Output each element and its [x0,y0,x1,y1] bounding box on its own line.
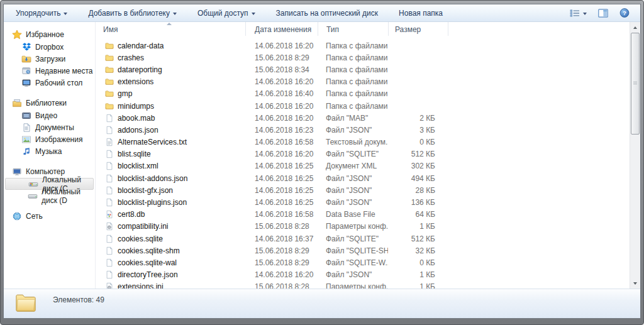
file-row[interactable]: abook.mab14.06.2018 16:20Файл "MAB"2 КБ [96,112,630,124]
file-row[interactable]: extensions.ini15.06.2018 8:28Параметры к… [96,281,630,289]
explorer-client-area: УпорядочитьДобавить в библиотекуОбщий до… [3,4,641,319]
file-type-cell: Файл "MAB" [318,114,388,123]
toolbar-button-group: УпорядочитьДобавить в библиотекуОбщий до… [10,6,458,20]
file-icon [105,126,114,135]
date-modified-cell: 14.06.2018 16:58 [245,210,318,219]
sidebar-item-recent-places[interactable]: Недавние места [4,65,95,77]
date-modified-cell: 14.06.2018 16:20 [245,102,318,111]
sort-ascending-icon [167,23,172,25]
file-type-cell: Файл "SQLITE" [318,150,388,158]
folder-row[interactable]: gmp14.06.2018 16:40Папка с файлами [96,88,630,100]
folder-row[interactable]: extensions14.06.2018 16:20Папка с файлам… [96,76,630,88]
date-modified-cell: 14.06.2018 16:25 [245,174,318,183]
sidebar-item-videos[interactable]: Видео [4,109,95,121]
file-icon [105,198,114,207]
sidebar-item-libraries[interactable]: Библиотеки [4,97,95,109]
video-icon [21,111,31,121]
file-type-cell: Файл "JSON" [318,186,388,195]
file-type-cell: Папка с файлами [318,102,388,111]
vertical-scrollbar[interactable] [630,22,640,289]
file-row[interactable]: directoryTree.json14.06.2018 16:20Файл "… [96,269,630,281]
sidebar-item-documents[interactable]: Документы [4,121,95,133]
file-row[interactable]: blocklist-plugins.json14.06.2018 16:25Фа… [96,196,630,208]
file-name: cookies.sqlite-wal [118,258,177,267]
column-header-size[interactable]: Размер [388,22,448,36]
file-row[interactable]: compatibility.ini15.06.2018 8:28Параметр… [96,221,630,233]
file-row[interactable]: cert8.db14.06.2018 16:58Data Base File64… [96,209,630,221]
file-row[interactable]: blocklist.xml14.06.2018 16:25Документ XM… [96,160,630,172]
file-row[interactable]: addons.json14.06.2018 16:23Файл "JSON"3 … [96,124,630,136]
file-row[interactable]: blocklist-addons.json14.06.2018 16:25Фай… [96,172,630,184]
scroll-up-button[interactable] [630,22,640,33]
file-name-cell: cookies.sqlite [96,234,245,243]
file-name: crashes [118,53,144,62]
scroll-down-button[interactable] [630,278,640,289]
sidebar-item-label: Рабочий стол [35,79,82,87]
change-view-button[interactable] [568,7,589,19]
scrollbar-thumb[interactable] [631,33,640,135]
sidebar-item-pictures[interactable]: Изображения [4,133,95,145]
toolbar-button-label: Упорядочить [16,9,60,18]
file-row[interactable]: cookies.sqlite-shm15.06.2018 8:29Файл "S… [96,245,630,256]
share-button[interactable]: Общий доступ [192,6,261,20]
file-name-cell: AlternateServices.txt [96,138,245,146]
sidebar-item-favorites[interactable]: Избранное [4,28,95,41]
burn-disc-button[interactable]: Записать на оптический диск [270,6,384,20]
file-type-cell: Файл "JSON" [318,174,388,183]
sidebar-item-dropbox[interactable]: Dropbox [4,41,95,53]
sidebar-item-local-disk-d[interactable]: Локальный диск (D [4,190,95,202]
recent-places-icon [21,66,31,76]
file-row[interactable]: blist.sqlite14.06.2018 16:20Файл "SQLITE… [96,148,630,160]
preview-pane-button[interactable] [596,7,610,19]
file-icon [105,270,114,279]
sidebar-item-downloads[interactable]: Загрузки [4,53,95,65]
chevron-down-icon [583,13,587,15]
date-modified-cell: 15.06.2018 8:29 [245,258,318,267]
sidebar-item-network[interactable]: Сеть [4,210,95,223]
date-modified-cell: 14.06.2018 16:20 [245,270,318,279]
file-row[interactable]: AlternateServices.txt14.06.2018 16:58Тек… [96,136,630,148]
desktop-icon [21,78,31,88]
sidebar-item-desktop[interactable]: Рабочий стол [4,77,95,89]
file-name: blocklist-addons.json [118,174,187,183]
items-count: Элементов: 49 [53,295,104,304]
system-drive-icon [28,179,38,189]
file-name-cell: abook.mab [96,114,245,123]
column-header-date[interactable]: Дата изменения [245,22,318,36]
help-button[interactable]: ? [618,7,631,19]
toolbar-button-label: Добавить в библиотеку [88,9,170,18]
folder-row[interactable]: crashes15.06.2018 8:29Папка с файлами [96,52,630,63]
organize-button[interactable]: Упорядочить [10,6,73,20]
file-name: addons.json [118,126,158,135]
file-list-pane: Имя Дата изменения Тип Размер calendar-d… [96,22,640,289]
folder-row[interactable]: calendar-data14.06.2018 16:20Папка с фай… [96,40,630,52]
date-modified-cell: 14.06.2018 16:25 [245,198,318,207]
file-type-cell: Файл "JSON" [318,126,388,135]
file-row[interactable]: cookies.sqlite14.06.2018 16:37Файл "SQLI… [96,233,630,245]
file-size-cell: 512 КБ [388,150,448,158]
file-icon [105,246,114,255]
views-icon [570,8,580,18]
help-icon: ? [619,8,630,18]
file-name: datareporting [118,65,162,74]
ini-file-icon [105,282,114,289]
file-size-cell: 1 КБ [388,282,448,289]
file-row[interactable]: cookies.sqlite-wal15.06.2018 8:29Файл "S… [96,256,630,268]
date-modified-cell: 15.06.2018 8:29 [245,53,318,62]
sidebar-item-label: Dropbox [35,43,64,52]
file-type-cell: Файл "SQLITE" [318,234,388,243]
column-header-type[interactable]: Тип [318,22,388,36]
file-row[interactable]: blocklist-gfx.json14.06.2018 16:25Файл "… [96,184,630,196]
date-modified-cell: 14.06.2018 16:23 [245,126,318,135]
drive-icon [28,191,38,201]
add-to-library-button[interactable]: Добавить в библиотеку [82,6,182,20]
folder-row[interactable]: minidumps14.06.2018 16:20Папка с файлами [96,100,630,112]
file-name: minidumps [118,102,154,111]
file-name-cell: addons.json [96,126,245,135]
new-folder-button[interactable]: Новая папка [393,6,448,20]
folder-row[interactable]: datareporting15.06.2018 8:34Папка с файл… [96,63,630,75]
file-name-cell: cookies.sqlite-shm [96,246,245,255]
sidebar-section-libraries: БиблиотекиВидеоДокументыИзображенияМузык… [4,97,95,157]
file-name-cell: extensions [96,77,245,86]
sidebar-item-music[interactable]: Музыка [4,145,95,157]
